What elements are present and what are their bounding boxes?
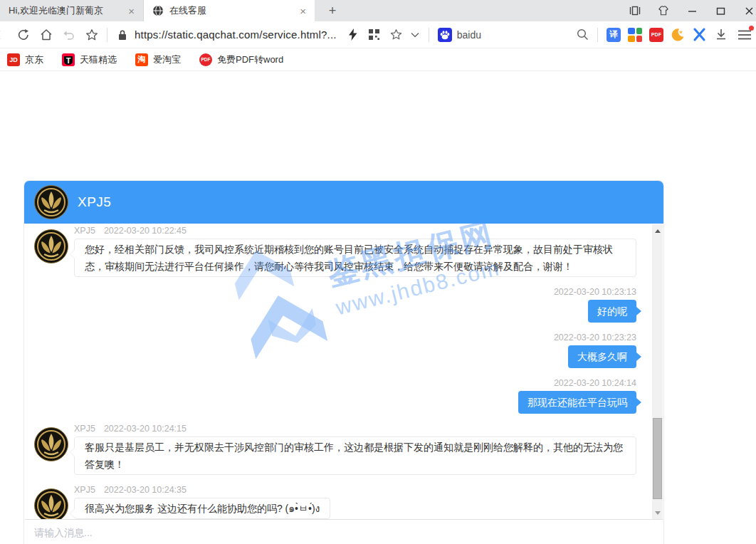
chevron-down-icon[interactable] bbox=[409, 28, 421, 41]
tab-online-service[interactable]: 在线客服 × bbox=[144, 0, 315, 21]
tmall-icon: T bbox=[62, 53, 75, 66]
bookmark-star-icon[interactable] bbox=[390, 28, 403, 41]
chat-window: XPJ5 XPJ5 2022-03-20 10:22:45 您好，经相关部门反馈… bbox=[23, 180, 664, 544]
message-bubble: 大概多久啊 bbox=[568, 345, 636, 368]
message-timestamp: 2022-03-20 10:24:14 bbox=[554, 378, 636, 388]
apps-grid-extension-icon[interactable] bbox=[628, 28, 642, 42]
message-list: XPJ5 2022-03-20 10:22:45 您好，经相关部门反馈，我司风控… bbox=[25, 224, 652, 519]
theme-skin-icon[interactable] bbox=[658, 5, 669, 16]
cut-x-extension-icon[interactable] bbox=[692, 28, 706, 42]
tab-title: 在线客服 bbox=[169, 4, 293, 17]
bookmark-taobao[interactable]: 淘 爱淘宝 bbox=[135, 53, 181, 66]
agent-avatar bbox=[34, 185, 68, 219]
undo-icon[interactable] bbox=[63, 28, 75, 41]
message-bubble: 您好，经相关部门反馈，我司风控系统近期稽核到您的账号目前已被安全系统自动捕捉存在… bbox=[74, 239, 636, 277]
lock-icon[interactable] bbox=[116, 28, 129, 41]
chat-input-area bbox=[25, 519, 663, 544]
close-window-icon[interactable] bbox=[743, 5, 755, 16]
message-timestamp: 2022-03-20 10:24:15 bbox=[104, 424, 187, 434]
scrollbar-thumb[interactable] bbox=[653, 418, 662, 499]
browser-window: Hi,欢迎光临澳门新葡京 × 在线客服 × + bbox=[0, 0, 756, 544]
new-tab-button[interactable]: + bbox=[320, 0, 345, 21]
message-sender: XPJ5 bbox=[74, 226, 95, 236]
tab-close-icon[interactable]: × bbox=[297, 5, 309, 17]
bookmark-tmall[interactable]: T 天猫精选 bbox=[62, 53, 117, 66]
agent-avatar bbox=[34, 488, 68, 519]
back-icon[interactable] bbox=[0, 28, 4, 41]
bookmark-label: 天猫精选 bbox=[80, 53, 117, 66]
pdf-extension-icon[interactable]: PDF bbox=[649, 28, 663, 42]
agent-avatar bbox=[34, 229, 68, 263]
divider bbox=[597, 28, 598, 42]
message-bubble: 好的呢 bbox=[588, 300, 636, 323]
bookmarks-bar: JD 京东 T 天猫精选 淘 爱淘宝 PDF 免费PDF转word bbox=[0, 48, 756, 71]
search-engine-label: baidu bbox=[457, 29, 481, 41]
divider bbox=[107, 28, 107, 42]
bookmark-label: 京东 bbox=[25, 53, 43, 66]
scroll-up-icon[interactable] bbox=[652, 226, 663, 236]
user-message: 2022-03-20 10:23:23 大概多久啊 bbox=[34, 333, 636, 368]
minimize-icon[interactable] bbox=[686, 5, 698, 16]
address-field[interactable]: https://static.qaqchat.com/service.html?… bbox=[135, 28, 337, 41]
chat-header: XPJ5 bbox=[24, 181, 663, 224]
globe-icon bbox=[152, 5, 164, 16]
side-panel-icon[interactable] bbox=[629, 5, 641, 16]
scroll-down-icon[interactable] bbox=[652, 508, 663, 518]
reload-icon[interactable] bbox=[17, 28, 30, 41]
search-engine-chip[interactable]: baidu bbox=[438, 28, 481, 42]
baidu-paw-icon bbox=[438, 28, 452, 42]
bookmark-label: 免费PDF转word bbox=[217, 53, 283, 66]
message-bubble: 客服只是基层员工，并无权限去干涉风控部门的审核工作，这边都是根据下发的通知就是刚… bbox=[74, 436, 636, 475]
home-icon[interactable] bbox=[40, 28, 53, 41]
message-bubble: 很高兴为您服务 这边还有什么能协助您的吗? (๑•̀ㅂ•́)ง bbox=[74, 498, 330, 519]
jd-icon: JD bbox=[7, 53, 20, 66]
message-timestamp: 2022-03-20 10:22:45 bbox=[104, 226, 187, 236]
message-timestamp: 2022-03-20 10:23:23 bbox=[554, 333, 636, 342]
agent-name-title: XPJ5 bbox=[78, 194, 111, 210]
translate-extension-icon[interactable]: 译 bbox=[607, 28, 621, 42]
agent-message: XPJ5 2022-03-20 10:24:15 客服只是基层员工，并无权限去干… bbox=[34, 424, 636, 475]
pdf-icon: PDF bbox=[199, 53, 212, 66]
bookmark-label: 爱淘宝 bbox=[153, 53, 181, 66]
message-bubble: 那现在还能在平台玩吗 bbox=[518, 391, 636, 414]
agent-avatar bbox=[34, 427, 68, 461]
tab-casino[interactable]: Hi,欢迎光临澳门新葡京 × bbox=[0, 0, 144, 21]
night-mode-moon-icon[interactable] bbox=[671, 28, 685, 42]
maximize-icon[interactable] bbox=[715, 5, 726, 16]
notification-dot bbox=[749, 26, 754, 31]
chat-scrollbar[interactable] bbox=[652, 224, 663, 519]
window-controls bbox=[629, 0, 756, 21]
message-timestamp: 2022-03-20 10:23:13 bbox=[554, 287, 636, 297]
bookmark-pdf2word[interactable]: PDF 免费PDF转word bbox=[199, 53, 283, 66]
taobao-icon: 淘 bbox=[135, 53, 148, 66]
favorites-star-icon[interactable] bbox=[85, 28, 98, 41]
message-input[interactable] bbox=[25, 520, 663, 538]
agent-message: XPJ5 2022-03-20 10:22:45 您好，经相关部门反馈，我司风控… bbox=[34, 226, 636, 277]
menu-icon[interactable] bbox=[737, 28, 752, 42]
bookmark-jd[interactable]: JD 京东 bbox=[7, 53, 43, 66]
tab-close-icon[interactable]: × bbox=[125, 5, 137, 17]
message-sender: XPJ5 bbox=[74, 424, 95, 434]
download-icon[interactable] bbox=[715, 28, 728, 41]
lightning-icon[interactable] bbox=[347, 28, 359, 41]
agent-message: XPJ5 2022-03-20 10:24:35 很高兴为您服务 这边还有什么能… bbox=[34, 485, 636, 519]
qrcode-icon[interactable] bbox=[368, 28, 381, 41]
tab-title: Hi,欢迎光临澳门新葡京 bbox=[9, 4, 121, 17]
user-message: 2022-03-20 10:23:13 好的呢 bbox=[34, 287, 636, 323]
message-sender: XPJ5 bbox=[74, 485, 95, 495]
search-icon[interactable] bbox=[576, 28, 589, 41]
user-message: 2022-03-20 10:24:14 那现在还能在平台玩吗 bbox=[34, 378, 636, 414]
navigation-bar: https://static.qaqchat.com/service.html?… bbox=[0, 21, 756, 48]
divider bbox=[429, 28, 429, 42]
tab-bar: Hi,欢迎光临澳门新葡京 × 在线客服 × + bbox=[0, 0, 756, 21]
message-timestamp: 2022-03-20 10:24:35 bbox=[104, 485, 187, 495]
